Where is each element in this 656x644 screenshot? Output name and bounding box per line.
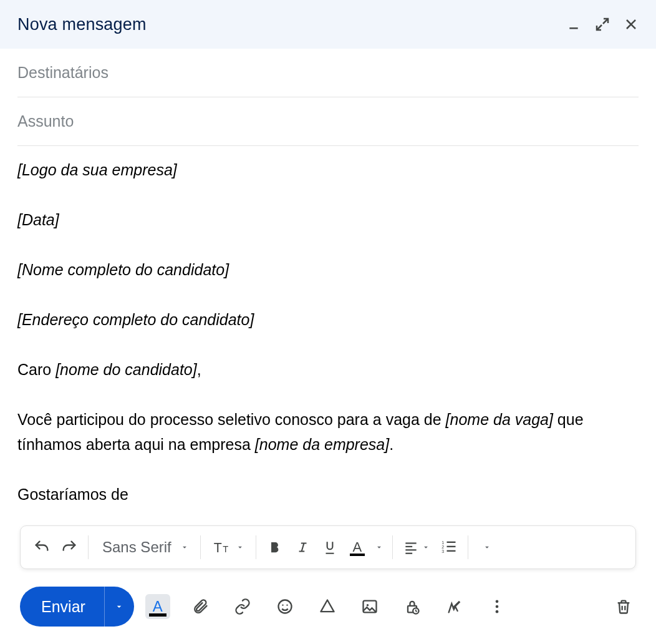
svg-rect-14 [446, 550, 455, 552]
svg-point-16 [282, 605, 283, 606]
svg-point-23 [496, 605, 499, 608]
separator [256, 535, 256, 559]
format-bar [149, 613, 166, 617]
svg-point-24 [496, 610, 499, 613]
align-dropdown[interactable] [398, 534, 435, 561]
text-color-dropdown[interactable]: A [344, 534, 371, 561]
svg-point-22 [496, 600, 499, 603]
body-line: [Logo da sua empresa] [17, 161, 177, 178]
text-color-bar [350, 554, 365, 556]
svg-point-15 [278, 600, 291, 613]
window-controls [566, 17, 639, 32]
numbered-list-icon[interactable]: 1 2 3 [435, 534, 463, 561]
svg-text:1: 1 [441, 540, 444, 545]
body-text: [nome da vaga] [446, 411, 553, 428]
svg-rect-7 [405, 549, 416, 550]
discard-draft-icon[interactable] [611, 594, 636, 619]
body-text: Gostaríamos de [17, 485, 128, 503]
more-options-icon[interactable] [485, 594, 509, 619]
separator [392, 535, 393, 559]
compose-window: Nova mensagem [Logo da sua empre [0, 0, 656, 644]
format-letter: A [153, 599, 163, 614]
send-button-label: Enviar [20, 598, 104, 616]
redo-icon[interactable] [55, 534, 83, 561]
formatting-options-icon[interactable]: A [145, 594, 170, 619]
svg-text:2: 2 [441, 545, 444, 549]
minimize-icon[interactable] [566, 17, 581, 32]
subject-input[interactable] [17, 112, 639, 130]
bold-icon[interactable] [261, 534, 289, 561]
insert-link-icon[interactable] [230, 594, 255, 619]
text-color-letter: A [352, 540, 362, 554]
send-button[interactable]: Enviar [20, 587, 134, 627]
body-text: . [389, 436, 393, 453]
svg-text:T: T [223, 544, 228, 554]
recipients-row [17, 49, 639, 97]
body-line: [Nome completo do candidato] [17, 261, 229, 278]
svg-point-17 [286, 605, 287, 606]
chevron-down-icon[interactable] [371, 534, 387, 561]
insert-photo-icon[interactable] [357, 594, 382, 619]
underline-icon[interactable] [316, 534, 344, 561]
svg-rect-5 [405, 542, 416, 544]
subject-row [17, 97, 639, 146]
svg-text:3: 3 [441, 549, 444, 554]
separator [468, 535, 468, 559]
format-toolbar-wrap: Sans Serif TT A [0, 525, 656, 569]
separator [88, 535, 89, 559]
svg-rect-6 [405, 546, 412, 547]
italic-icon[interactable] [289, 534, 316, 561]
font-size-dropdown[interactable]: TT [206, 534, 251, 561]
body-line: [Endereço completo do candidato] [17, 311, 254, 328]
expand-icon[interactable] [595, 17, 610, 32]
svg-rect-8 [405, 553, 412, 554]
font-family-label: Sans Serif [102, 539, 171, 556]
svg-point-19 [367, 604, 369, 607]
body-text: Caro [17, 361, 55, 378]
insert-signature-icon[interactable] [442, 594, 467, 619]
format-toolbar: Sans Serif TT A [20, 525, 636, 569]
send-more-dropdown[interactable] [104, 587, 134, 627]
svg-text:T: T [213, 540, 221, 555]
chevron-down-icon [180, 543, 189, 552]
bottom-toolbar: Enviar A [0, 569, 656, 644]
close-icon[interactable] [624, 17, 639, 32]
message-body[interactable]: [Logo da sua empresa] [Data] [Nome compl… [0, 146, 656, 525]
attach-file-icon[interactable] [188, 594, 213, 619]
svg-rect-10 [446, 542, 455, 543]
body-text: [nome do candidato] [55, 361, 197, 378]
recipients-input[interactable] [17, 64, 639, 82]
header-fields [0, 49, 656, 146]
window-title: Nova mensagem [17, 15, 566, 34]
separator [200, 535, 201, 559]
body-line: [Data] [17, 211, 59, 228]
confidential-mode-icon[interactable] [400, 594, 425, 619]
bottom-icons: A [145, 594, 636, 619]
body-text: Você participou do processo seletivo con… [17, 411, 446, 428]
svg-rect-0 [569, 27, 577, 29]
body-text: , [197, 361, 201, 378]
undo-icon[interactable] [28, 534, 55, 561]
font-family-dropdown[interactable]: Sans Serif [94, 539, 195, 556]
more-formatting-dropdown[interactable] [473, 534, 501, 561]
body-text: [nome da empresa] [255, 436, 389, 453]
svg-rect-12 [446, 546, 455, 547]
insert-drive-icon[interactable] [315, 594, 340, 619]
titlebar: Nova mensagem [0, 0, 656, 49]
insert-emoji-icon[interactable] [273, 594, 297, 619]
